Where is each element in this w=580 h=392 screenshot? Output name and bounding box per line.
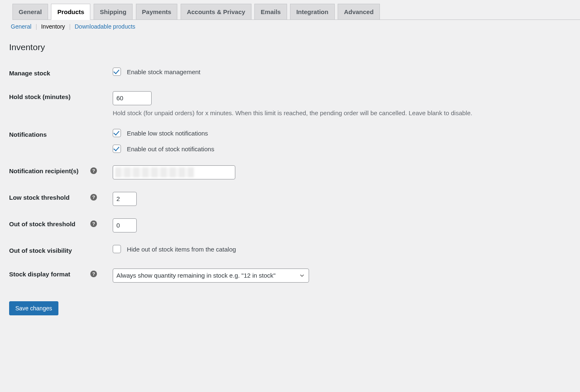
checkbox-low-stock-notify[interactable]: [113, 129, 121, 137]
section-title: Inventory: [9, 42, 580, 52]
subtab-downloadable[interactable]: Downloadable products: [73, 23, 137, 30]
tab-advanced[interactable]: Advanced: [338, 4, 380, 19]
tab-accounts-privacy[interactable]: Accounts & Privacy: [181, 4, 251, 19]
separator: |: [68, 23, 72, 30]
tab-shipping[interactable]: Shipping: [94, 4, 133, 19]
redacted-content: [115, 167, 194, 177]
label-notification-recipients: Notification recipient(s): [9, 167, 79, 174]
inventory-settings-form: Manage stock Enable stock management Hol…: [9, 61, 580, 289]
checkbox-hide-out-of-stock[interactable]: [113, 245, 121, 253]
subtab-general[interactable]: General: [9, 23, 33, 30]
checkbox-low-stock-notify-label: Enable low stock notifications: [127, 130, 208, 137]
select-stock-display-format[interactable]: Always show quantity remaining in stock …: [113, 269, 309, 283]
products-subtabs: General | Inventory | Downloadable produ…: [9, 23, 580, 30]
help-icon[interactable]: ?: [90, 271, 97, 277]
tab-integration[interactable]: Integration: [290, 4, 335, 19]
label-hold-stock: Hold stock (minutes): [9, 85, 109, 123]
checkbox-hide-out-of-stock-label: Hide out of stock items from the catalog: [127, 246, 236, 253]
label-out-of-stock-visibility: Out of stock visibility: [9, 239, 109, 262]
separator: |: [35, 23, 38, 30]
help-icon[interactable]: ?: [90, 194, 97, 201]
label-stock-display-format: Stock display format: [9, 271, 70, 278]
help-icon[interactable]: ?: [90, 167, 97, 174]
label-low-stock-threshold: Low stock threshold: [9, 194, 70, 201]
save-button[interactable]: Save changes: [9, 301, 58, 315]
input-hold-stock[interactable]: [113, 91, 152, 105]
tab-payments[interactable]: Payments: [136, 4, 178, 19]
checkbox-manage-stock[interactable]: [113, 68, 121, 76]
checkbox-out-of-stock-notify[interactable]: [113, 145, 121, 153]
tab-emails[interactable]: Emails: [254, 4, 287, 19]
settings-tabs: General Products Shipping Payments Accou…: [12, 0, 580, 20]
label-manage-stock: Manage stock: [9, 61, 109, 85]
checkbox-out-of-stock-notify-label: Enable out of stock notifications: [127, 145, 214, 152]
label-notifications: Notifications: [9, 123, 109, 159]
tab-general[interactable]: General: [12, 4, 48, 19]
label-out-of-stock-threshold: Out of stock threshold: [9, 220, 75, 227]
input-low-stock-threshold[interactable]: [113, 192, 137, 206]
help-icon[interactable]: ?: [90, 220, 97, 227]
checkbox-manage-stock-label: Enable stock management: [127, 68, 201, 75]
help-hold-stock: Hold stock (for unpaid orders) for x min…: [113, 109, 576, 116]
subtab-inventory[interactable]: Inventory: [39, 23, 67, 30]
tab-products[interactable]: Products: [51, 4, 90, 20]
input-out-of-stock-threshold[interactable]: [113, 218, 137, 232]
